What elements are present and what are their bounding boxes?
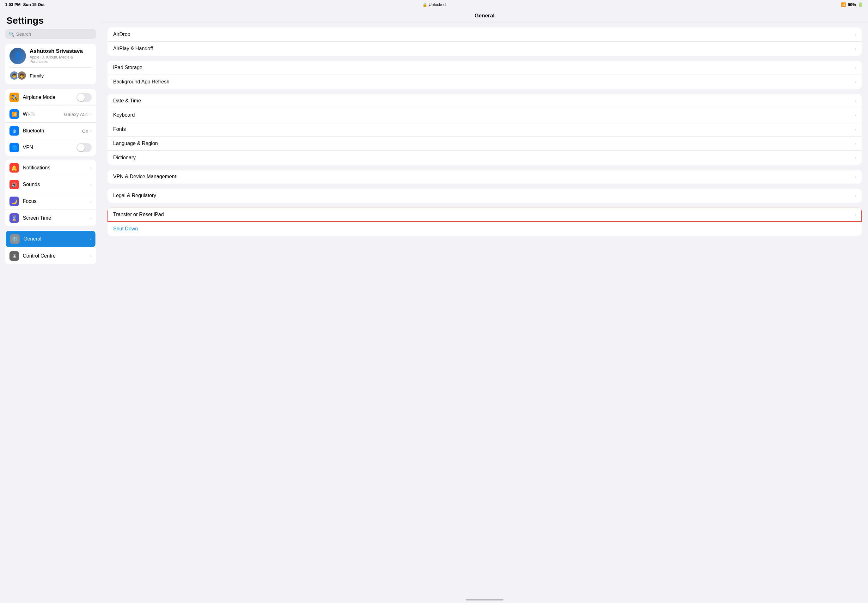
lock-status: 🔒 Unlocked (422, 2, 446, 7)
wifi-icon: 📶 (841, 2, 846, 7)
notifications-chevron: › (90, 165, 92, 170)
search-icon: 🔍 (9, 32, 14, 37)
ipad-storage-label: iPad Storage (113, 65, 854, 71)
bluetooth-chevron: › (90, 128, 92, 133)
avatar: 👤 (9, 48, 26, 64)
profile-name: Ashutosh Srivastava (30, 48, 92, 54)
dictionary-chevron: › (854, 155, 856, 160)
ipad-storage-chevron: › (854, 65, 856, 70)
control-centre-chevron: › (90, 254, 92, 258)
airdrop-label: AirDrop (113, 32, 854, 37)
sidebar-item-notifications[interactable]: 🔔 Notifications › (5, 159, 96, 176)
wifi-value: Galaxy A51 (64, 111, 88, 117)
home-indicator (101, 597, 868, 603)
content-item-keyboard[interactable]: Keyboard › (107, 108, 862, 122)
content-group-legal: Legal & Regulatory › (107, 189, 862, 203)
airplay-handoff-chevron: › (854, 46, 856, 51)
general-group: ⚙️ General › ⊞ Control Centre › (5, 230, 96, 264)
status-bar-right: 📶 99% 🔋 (841, 2, 863, 7)
notifications-group: 🔔 Notifications › 🔊 Sounds › 🌙 Focus › ⌛… (5, 159, 96, 226)
sidebar-item-general[interactable]: ⚙️ General › (6, 231, 96, 247)
content-item-airdrop[interactable]: AirDrop › (107, 28, 862, 42)
content-item-language-region[interactable]: Language & Region › (107, 136, 862, 151)
search-input[interactable] (16, 31, 92, 37)
sidebar-item-airplane-mode[interactable]: ✈️ Airplane Mode (5, 89, 96, 106)
background-app-refresh-label: Background App Refresh (113, 79, 854, 85)
right-panel-header: General (101, 9, 868, 22)
content-item-transfer-reset[interactable]: Transfer or Reset iPad › (107, 208, 862, 222)
airplane-mode-toggle[interactable] (76, 93, 92, 102)
wifi-setting-icon: 📶 (9, 109, 19, 119)
vpn-toggle[interactable] (76, 143, 92, 152)
bluetooth-icon: ⊛ (9, 126, 19, 136)
content-item-vpn-device-management[interactable]: VPN & Device Management › (107, 170, 862, 184)
sounds-chevron: › (90, 182, 92, 187)
screen-time-label: Screen Time (23, 215, 90, 221)
home-bar (466, 599, 504, 600)
profile-subtitle: Apple ID, iCloud, Media & Purchases (30, 55, 92, 64)
wifi-label: Wi-Fi (23, 111, 64, 117)
vpn-icon: 🌐 (9, 143, 19, 152)
content-group-storage: iPad Storage › Background App Refresh › (107, 61, 862, 89)
right-panel: General AirDrop › AirPlay & Handoff › iP… (101, 9, 868, 603)
sidebar-item-vpn[interactable]: 🌐 VPN (5, 139, 96, 156)
sounds-label: Sounds (23, 182, 90, 187)
airplane-mode-label: Airplane Mode (23, 94, 76, 100)
content-item-airplay-handoff[interactable]: AirPlay & Handoff › (107, 42, 862, 56)
legal-regulatory-chevron: › (854, 193, 856, 198)
lock-icon: 🔒 (422, 2, 427, 7)
dictionary-label: Dictionary (113, 155, 854, 161)
content-item-fonts[interactable]: Fonts › (107, 122, 862, 136)
content-item-ipad-storage[interactable]: iPad Storage › (107, 61, 862, 75)
background-app-refresh-chevron: › (854, 79, 856, 84)
legal-regulatory-label: Legal & Regulatory (113, 193, 854, 198)
general-label: General (23, 236, 90, 242)
keyboard-label: Keyboard (113, 112, 854, 118)
date-time-label: Date & Time (113, 98, 854, 104)
content-item-legal-regulatory[interactable]: Legal & Regulatory › (107, 189, 862, 203)
content-item-shut-down[interactable]: Shut Down (107, 222, 862, 236)
family-avatars: 👦 👧 (9, 71, 26, 80)
right-panel-title: General (475, 12, 494, 19)
focus-chevron: › (90, 199, 92, 204)
airdrop-chevron: › (854, 32, 856, 37)
connectivity-group: ✈️ Airplane Mode 📶 Wi-Fi Galaxy A51 › ⊛ … (5, 89, 96, 156)
content-group-vpn-mgmt: VPN & Device Management › (107, 170, 862, 184)
battery-display: 99% (848, 2, 856, 7)
profile-main-row: 👤 Ashutosh Srivastava Apple ID, iCloud, … (9, 48, 92, 68)
content-item-date-time[interactable]: Date & Time › (107, 94, 862, 108)
right-panel-content: AirDrop › AirPlay & Handoff › iPad Stora… (101, 22, 868, 597)
bluetooth-value: On (82, 128, 88, 134)
sidebar-item-screen-time[interactable]: ⌛ Screen Time › (5, 210, 96, 226)
family-row[interactable]: 👦 👧 Family (9, 68, 92, 80)
sidebar-item-sounds[interactable]: 🔊 Sounds › (5, 176, 96, 193)
bluetooth-label: Bluetooth (23, 128, 82, 134)
shut-down-label: Shut Down (113, 226, 856, 232)
language-region-label: Language & Region (113, 141, 854, 146)
content-group-reset: Transfer or Reset iPad › Shut Down (107, 208, 862, 236)
sidebar-item-bluetooth[interactable]: ⊛ Bluetooth On › (5, 123, 96, 139)
fonts-label: Fonts (113, 127, 854, 132)
content-item-dictionary[interactable]: Dictionary › (107, 151, 862, 165)
general-chevron: › (90, 237, 91, 241)
control-centre-label: Control Centre (23, 253, 90, 259)
sidebar-item-wifi[interactable]: 📶 Wi-Fi Galaxy A51 › (5, 106, 96, 123)
sounds-icon: 🔊 (9, 180, 19, 189)
airplane-mode-icon: ✈️ (9, 93, 19, 102)
search-bar[interactable]: 🔍 (5, 29, 96, 39)
family-avatar-2: 👧 (17, 71, 26, 80)
sidebar: Settings 🔍 👤 Ashutosh Srivastava Apple I… (0, 9, 101, 603)
sidebar-item-focus[interactable]: 🌙 Focus › (5, 193, 96, 210)
notifications-label: Notifications (23, 165, 90, 171)
focus-icon: 🌙 (9, 196, 19, 206)
content-group-airdrop: AirDrop › AirPlay & Handoff › (107, 28, 862, 56)
sidebar-title: Settings (0, 12, 101, 29)
profile-card[interactable]: 👤 Ashutosh Srivastava Apple ID, iCloud, … (5, 44, 96, 84)
time-display: 1:03 PM (5, 2, 20, 7)
app-layout: Settings 🔍 👤 Ashutosh Srivastava Apple I… (0, 9, 868, 603)
content-group-settings: Date & Time › Keyboard › Fonts › Languag… (107, 94, 862, 165)
sidebar-item-control-centre[interactable]: ⊞ Control Centre › (5, 248, 96, 264)
content-item-background-app-refresh[interactable]: Background App Refresh › (107, 75, 862, 89)
language-region-chevron: › (854, 141, 856, 146)
screen-time-chevron: › (90, 215, 92, 221)
